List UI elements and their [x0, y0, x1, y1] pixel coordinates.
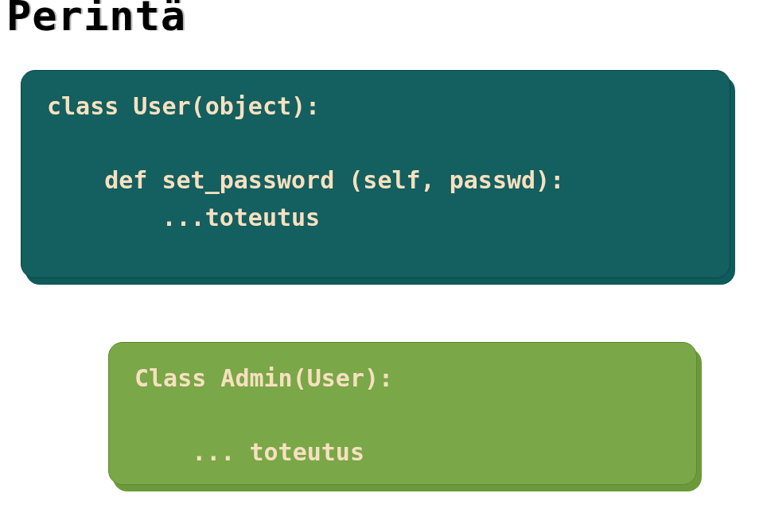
slide-title: Perintä	[6, 0, 186, 40]
code-line	[134, 398, 671, 435]
code-line: Class Admin(User):	[134, 360, 671, 398]
code-line: ...toteutus	[47, 200, 704, 237]
code-line: def set_password (self, passwd):	[47, 162, 704, 200]
code-line: class User(object):	[47, 88, 704, 126]
code-line: ... toteutus	[134, 434, 671, 472]
code-line	[47, 126, 704, 163]
slide: Perintä class User(object): def set_pass…	[0, 0, 763, 532]
code-box-1: class User(object): def set_password (se…	[21, 70, 730, 278]
code-box-2: Class Admin(User): ... toteutus	[108, 342, 697, 485]
